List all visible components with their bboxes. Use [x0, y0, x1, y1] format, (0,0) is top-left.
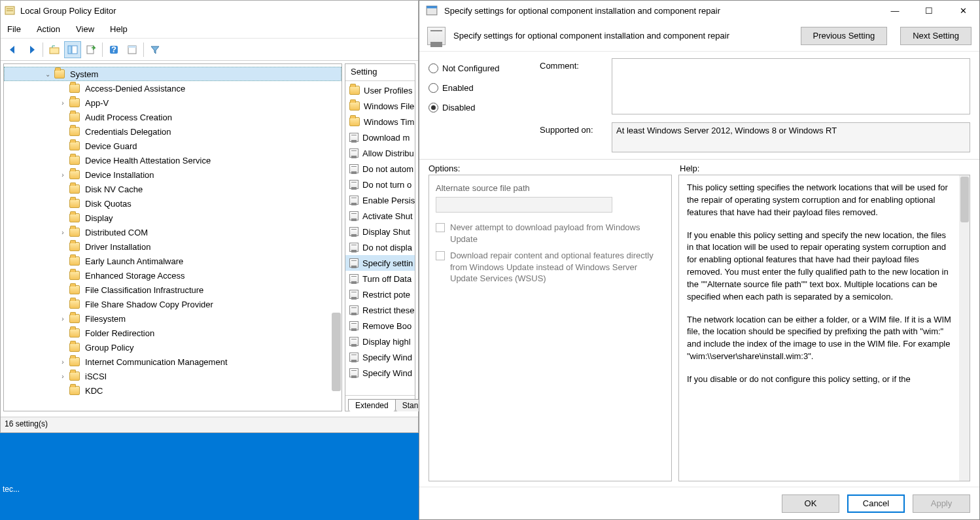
help-button[interactable]: ?	[105, 41, 122, 58]
setting-row[interactable]: Enable Persis	[345, 192, 415, 208]
help-paragraph: The network location can be either a fol…	[687, 314, 953, 363]
setting-row[interactable]: Activate Shut	[345, 208, 415, 224]
export-button[interactable]	[82, 41, 99, 58]
dialog-footer: OK Cancel Apply	[419, 487, 979, 519]
tree-item[interactable]: Disk NV Cache	[4, 182, 341, 196]
setting-row[interactable]: Remove Boo	[345, 318, 415, 334]
cancel-button[interactable]: Cancel	[847, 494, 905, 513]
maximize-button[interactable]: ☐	[919, 6, 939, 16]
radio-not-configured[interactable]: Not Configured	[429, 58, 533, 78]
tree-item[interactable]: Audit Process Creation	[4, 110, 341, 124]
statusbar: 16 setting(s)	[1, 417, 418, 432]
setting-row[interactable]: Specify settin	[345, 255, 415, 271]
tree-item-system[interactable]: ⌄System	[4, 67, 341, 81]
properties-button[interactable]	[124, 41, 141, 58]
help-paragraph: If you disable or do not configure this …	[687, 373, 953, 386]
policy-icon	[427, 27, 446, 45]
setting-row[interactable]: Display Shut	[345, 224, 415, 239]
menubar: File Action View Help	[1, 20, 418, 39]
tree-scrollbar-thumb[interactable]	[332, 313, 341, 391]
filter-button[interactable]	[147, 41, 164, 58]
back-button[interactable]	[5, 41, 22, 58]
svg-rect-1	[7, 9, 13, 9]
setting-row[interactable]: Do not turn o	[345, 177, 415, 192]
radio-disabled[interactable]: Disabled	[429, 97, 533, 117]
tree-item[interactable]: File Share Shadow Copy Provider	[4, 297, 341, 311]
tree-item[interactable]: File Classification Infrastructure	[4, 283, 341, 297]
setting-row[interactable]: Restrict pote	[345, 286, 415, 302]
tree-item[interactable]: Disk Quotas	[4, 196, 341, 211]
tab-extended[interactable]: Extended	[348, 399, 396, 411]
close-button[interactable]: ✕	[953, 6, 973, 16]
help-label: Help:	[680, 164, 699, 173]
dialog-icon	[426, 5, 438, 16]
show-tree-button[interactable]	[64, 41, 81, 58]
next-setting-button[interactable]: Next Setting	[900, 27, 971, 45]
ok-button[interactable]: OK	[782, 494, 839, 513]
tree-item[interactable]: ›Distributed COM	[4, 225, 341, 239]
up-button[interactable]	[46, 41, 63, 58]
toolbar: ?	[1, 39, 418, 61]
tree-item[interactable]: ›App-V	[4, 95, 341, 110]
comment-field[interactable]	[612, 58, 970, 114]
tree-item[interactable]: ›Internet Communication Management	[4, 355, 341, 369]
menu-action[interactable]: Action	[37, 24, 60, 34]
apply-button[interactable]: Apply	[913, 494, 970, 513]
setting-row[interactable]: Do not autom	[345, 161, 415, 177]
tree-item[interactable]: Device Guard	[4, 139, 341, 153]
tree-item[interactable]: ›Filesystem	[4, 311, 341, 326]
dialog-titlebar: Specify settings for optional component …	[419, 1, 979, 20]
list-column-header[interactable]: Setting	[345, 64, 415, 81]
minimize-button[interactable]: —	[885, 6, 905, 16]
tree-item[interactable]: Access-Denied Assistance	[4, 81, 341, 95]
tree-item[interactable]: Group Policy	[4, 340, 341, 355]
setting-row[interactable]: Specify Wind	[345, 349, 415, 365]
options-panel: Alternate source file path Never attempt…	[429, 175, 672, 481]
svg-rect-4	[68, 46, 71, 54]
tree-item[interactable]: KDC	[4, 383, 341, 398]
comment-label: Comment:	[540, 58, 605, 71]
view-tabs: Extended Standard	[345, 395, 415, 411]
titlebar: Local Group Policy Editor	[1, 1, 418, 20]
setting-row[interactable]: Specify Wind	[345, 365, 415, 381]
radio-enabled[interactable]: Enabled	[429, 78, 533, 97]
setting-row[interactable]: Do not displa	[345, 239, 415, 255]
svg-rect-6	[87, 46, 94, 54]
dialog-header: Specify settings for optional component …	[419, 20, 979, 52]
menu-help[interactable]: Help	[110, 24, 128, 34]
tree-item[interactable]: Early Launch Antimalware	[4, 254, 341, 268]
tree-item[interactable]: Display	[4, 211, 341, 225]
tree-item[interactable]: Enhanced Storage Access	[4, 268, 341, 283]
supported-on-box: At least Windows Server 2012, Windows 8 …	[612, 122, 970, 152]
setting-row[interactable]: User Profiles	[345, 82, 415, 98]
tree-item[interactable]: ›Device Installation	[4, 167, 341, 182]
radio-group: Not Configured Enabled Disabled	[429, 58, 533, 117]
forward-button[interactable]	[23, 41, 40, 58]
setting-row[interactable]: Windows Tim	[345, 114, 415, 130]
tree-item[interactable]: Device Health Attestation Service	[4, 153, 341, 167]
setting-row[interactable]: Display highl	[345, 334, 415, 349]
tree-item[interactable]: Credentials Delegation	[4, 124, 341, 139]
tree-pane[interactable]: ⌄SystemAccess-Denied Assistance›App-VAud…	[3, 63, 342, 411]
svg-rect-12	[427, 6, 437, 8]
svg-rect-10	[128, 46, 136, 48]
options-label: Options:	[429, 164, 680, 173]
setting-row[interactable]: Download m	[345, 130, 415, 145]
menu-file[interactable]: File	[7, 24, 21, 34]
help-scrollbar[interactable]	[959, 175, 970, 481]
setting-row[interactable]: Turn off Data	[345, 271, 415, 286]
gpedit-window: Local Group Policy Editor File Action Vi…	[0, 0, 419, 433]
tree-item[interactable]: ›iSCSI	[4, 369, 341, 383]
help-scrollbar-thumb[interactable]	[960, 177, 969, 222]
menu-view[interactable]: View	[76, 24, 94, 34]
tree-item[interactable]: Driver Installation	[4, 239, 341, 254]
setting-row[interactable]: Windows File	[345, 98, 415, 114]
help-panel[interactable]: This policy setting specifies the networ…	[678, 175, 970, 481]
checkbox-download-wsus: Download repair content and optional fea…	[436, 250, 665, 285]
setting-row[interactable]: Restrict these	[345, 302, 415, 318]
radio-label: Disabled	[442, 103, 476, 113]
previous-setting-button[interactable]: Previous Setting	[801, 27, 888, 45]
taskbar-item[interactable]: tec...	[0, 483, 22, 495]
tree-item[interactable]: Folder Redirection	[4, 326, 341, 340]
setting-row[interactable]: Allow Distribu	[345, 145, 415, 161]
